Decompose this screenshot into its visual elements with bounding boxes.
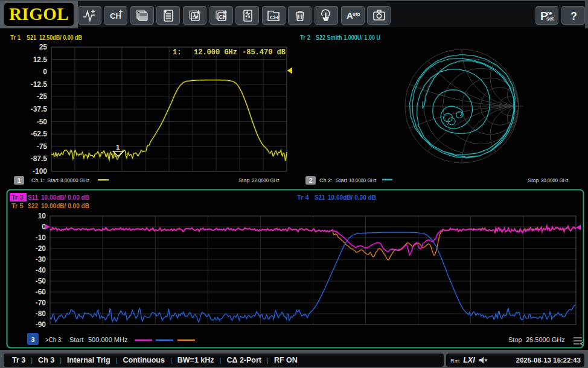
svg-text:22.0000 GHz: 22.0000 GHz — [252, 177, 280, 183]
svg-text:Ch 1:: Ch 1: — [31, 177, 45, 183]
svg-text:20.0000 GHz: 20.0000 GHz — [541, 177, 569, 183]
svg-text:25: 25 — [39, 43, 48, 51]
svg-text:26.5000 GHz: 26.5000 GHz — [526, 336, 565, 343]
svg-text:Stop: Stop — [528, 177, 539, 183]
svg-text:-75: -75 — [37, 142, 48, 151]
svg-text:Start: Start — [47, 177, 59, 183]
svg-text:Start: Start — [336, 177, 348, 183]
svg-text:1: 1 — [18, 177, 21, 184]
svg-text:?: ? — [570, 10, 577, 22]
svg-text:12.5: 12.5 — [33, 56, 48, 64]
svg-text:S21 12.50dB/ 0.00 dB: S21 12.50dB/ 0.00 dB — [27, 34, 82, 41]
svg-text:10.00dB/ 0.00 dB: 10.00dB/ 0.00 dB — [41, 202, 89, 209]
svg-text:-37.5: -37.5 — [31, 105, 48, 113]
svg-text:Tr 5: Tr 5 — [11, 202, 24, 209]
svg-text:Tr 1: Tr 1 — [10, 34, 21, 41]
svg-text:1:: 1: — [173, 48, 181, 57]
svg-text:-12.5: -12.5 — [31, 80, 48, 89]
svg-text:Start: Start — [69, 336, 83, 343]
svg-text:1: 1 — [116, 144, 120, 151]
svg-text:3: 3 — [31, 336, 34, 343]
svg-text:-85.470 dB: -85.470 dB — [242, 48, 286, 57]
svg-text:>Ch 3:: >Ch 3: — [45, 336, 63, 343]
svg-text:-100: -100 — [33, 167, 47, 176]
svg-text:S22 Smith 1.000U/ 1.00 U: S22 Smith 1.000U/ 1.00 U — [316, 34, 380, 41]
svg-text:500.000 MHz: 500.000 MHz — [88, 336, 127, 343]
svg-text:-30: -30 — [36, 255, 46, 264]
svg-text:8.00000 GHz: 8.00000 GHz — [60, 177, 89, 183]
svg-text:Ch 2:: Ch 2: — [319, 177, 333, 183]
svg-text:set: set — [546, 16, 554, 22]
svg-text:10.00dB/ 0.00 dB: 10.00dB/ 0.00 dB — [41, 194, 89, 201]
svg-text:-70: -70 — [36, 299, 46, 307]
svg-text:-50: -50 — [37, 118, 48, 126]
svg-text:Tr 4: Tr 4 — [297, 194, 309, 201]
svg-text:S21: S21 — [315, 194, 325, 201]
svg-text:10: 10 — [38, 212, 46, 220]
svg-text:-90: -90 — [36, 320, 46, 329]
svg-text:10.00dB/ 0.00 dB: 10.00dB/ 0.00 dB — [328, 194, 376, 201]
svg-text:2: 2 — [309, 177, 313, 184]
svg-text:Tr 3: Tr 3 — [11, 194, 24, 201]
svg-text:-87.5: -87.5 — [31, 154, 48, 163]
svg-text:-50: -50 — [36, 277, 46, 285]
svg-text:CH: CH — [110, 11, 121, 21]
svg-text:0: 0 — [43, 68, 47, 76]
svg-text:S22: S22 — [28, 202, 38, 209]
svg-text:-40: -40 — [36, 266, 46, 274]
svg-text:Tr 2: Tr 2 — [300, 34, 310, 41]
svg-text:-25: -25 — [37, 92, 48, 101]
svg-text:-20: -20 — [36, 244, 46, 253]
svg-text:-60: -60 — [36, 288, 46, 296]
svg-text:uto: uto — [353, 11, 360, 17]
svg-text:S11: S11 — [28, 194, 38, 201]
svg-text:-10: -10 — [36, 233, 46, 242]
svg-text:CH: CH — [270, 13, 278, 20]
svg-text:Stop: Stop — [508, 336, 522, 343]
svg-text:CH: CH — [219, 14, 227, 20]
svg-text:-80: -80 — [36, 309, 46, 318]
svg-text:10.0000 GHz: 10.0000 GHz — [349, 177, 377, 183]
svg-text:-62.5: -62.5 — [31, 130, 48, 138]
svg-text:12.000 GHz: 12.000 GHz — [194, 48, 237, 57]
svg-text:Stop: Stop — [238, 177, 250, 183]
